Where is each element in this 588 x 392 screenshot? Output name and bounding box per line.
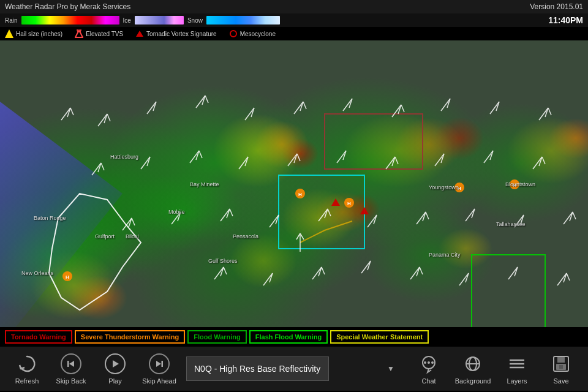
legend-bar: Rain Ice Snow 11:40PM [0,13,588,27]
svg-point-129 [431,361,434,364]
special-weather-badge[interactable]: Special Weather Statement [330,330,429,344]
svg-point-127 [424,361,426,364]
ice-color-strip [135,16,184,24]
city-label-blountstown: Blountstown [505,181,535,187]
svg-marker-125 [156,361,161,367]
elevated-tvs-icon [75,29,83,38]
product-dropdown-wrapper[interactable]: N0Q - High Res Base ReflectivityN0Z - Ba… [186,356,402,381]
background-label: Background [455,377,491,385]
snow-label: Snow [187,17,203,24]
hail-legend: Hail size (inches) [5,29,62,38]
play-icon [104,353,126,375]
chat-icon [418,353,440,375]
city-label-mobile: Mobile [168,209,185,215]
hail-label: Hail size (inches) [16,31,62,37]
city-label-biloxi: Biloxi [126,233,139,239]
skip-ahead-icon [148,353,170,375]
chat-button[interactable]: Chat [407,348,451,390]
chat-label: Chat [421,377,435,385]
product-selector[interactable]: N0Q - High Res Base ReflectivityN0Z - Ba… [186,356,329,381]
layers-button[interactable]: Layers [495,348,539,390]
time-display: 11:40PM [548,15,583,25]
layers-label: Layers [507,377,527,385]
skip-ahead-button[interactable]: Skip Ahead [137,348,181,390]
svg-point-3 [230,31,236,37]
warning-strip: Tornado Warning Severe Thunderstorm Warn… [0,327,588,347]
svg-rect-139 [559,365,563,369]
city-label-new-orleans: New Orleans [21,270,53,276]
ice-label: Ice [123,17,131,24]
top-bar: Weather Radar Pro by Merak Services Vers… [0,0,588,13]
hail-icon [5,29,13,38]
flood-warning-badge[interactable]: Flood Warning [187,330,247,344]
play-label: Play [108,377,121,385]
flash-flood-warning-badge[interactable]: Flash Flood Warning [249,330,328,344]
city-label-bay-minette: Bay Minette [190,181,219,187]
svg-rect-124 [162,361,164,367]
svg-rect-137 [557,356,565,363]
city-label-panama-city: Panama City [429,252,461,258]
skip-back-icon [60,353,82,375]
bottom-toolbar: Refresh Skip Back Play [0,347,588,391]
rain-label: Rain [5,17,18,24]
refresh-button[interactable]: Refresh [5,348,49,390]
city-label-gulfport: Gulfport [95,233,115,239]
svg-marker-122 [69,361,74,367]
svg-marker-2 [136,31,143,37]
icon-legend-row: Hail size (inches) Elevated TVS Tornadic… [0,27,588,40]
refresh-label: Refresh [15,377,39,385]
city-label-youngstown: Youngstown [429,184,459,190]
meso-label: Mesocyclone [240,31,276,37]
elevated-tvs-label: Elevated TVS [86,31,123,37]
city-label-hattiesburg: Hattiesburg [110,154,138,160]
save-icon [550,353,572,375]
tornadic-icon [135,29,144,38]
meso-icon [229,29,238,38]
app-title: Weather Radar Pro by Merak Services [5,2,130,11]
thunderstorm-warning-badge[interactable]: Severe Thunderstorm Warning [75,330,185,344]
snow-color-strip [206,16,280,24]
save-button[interactable]: Save [539,348,583,390]
svg-marker-123 [113,360,119,368]
city-label-baton-rouge: Baton Rouge [34,215,66,221]
city-label-pensacola: Pensacola [233,233,258,239]
skip-back-label: Skip Back [56,377,86,385]
tornadic-label: Tornadic Vortex Signature [146,31,217,37]
svg-rect-121 [67,361,69,367]
radar-map[interactable]: H H H H H New Orleans Baton Rouge Hattie… [0,40,588,327]
save-label: Save [553,377,568,385]
svg-marker-0 [75,30,83,37]
background-button[interactable]: Background [451,348,495,390]
play-button[interactable]: Play [93,348,137,390]
skip-back-button[interactable]: Skip Back [49,348,93,390]
meso-legend: Mesocyclone [229,29,276,38]
elevated-tvs-legend: Elevated TVS [75,29,123,38]
refresh-icon [16,353,38,375]
tornadic-legend: Tornadic Vortex Signature [135,29,217,38]
tornado-warning-badge[interactable]: Tornado Warning [5,330,72,344]
layers-icon [506,353,528,375]
rain-color-strip [21,16,119,24]
app-version: Version 2015.01 [530,2,583,11]
city-label-gulf-shores: Gulf Shores [208,258,238,264]
skip-ahead-label: Skip Ahead [142,377,176,385]
background-icon [462,353,484,375]
svg-point-128 [428,361,430,364]
city-label-tallahassee: Tallahassee [496,221,526,227]
